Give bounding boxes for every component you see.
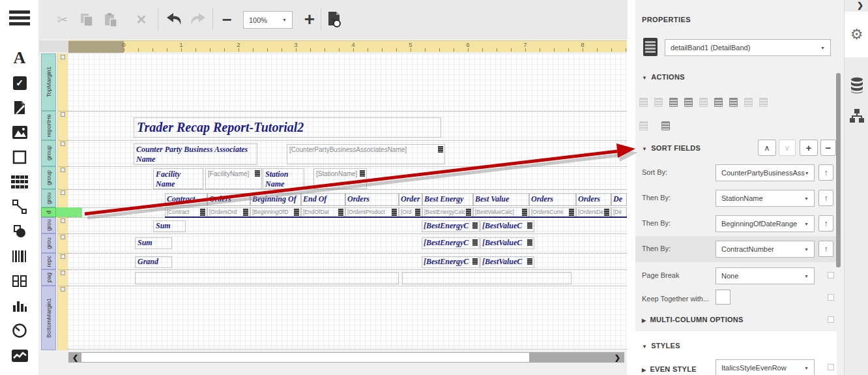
sum-value-cell[interactable]: [BestEnergyC [422,237,480,249]
even-style-dropdown[interactable]: ItalicsStyleEvenRow▼ [716,359,815,375]
horizontal-scrollbar[interactable]: ❮ ❯ [68,352,624,363]
group-caption-label[interactable]: Counter Party Business Associates Name [134,143,257,165]
label-tool-icon[interactable]: A [11,50,29,67]
scroll-left-icon[interactable]: ❮ [72,352,78,363]
band-group-footer1[interactable]: grou [41,217,56,233]
richtext-tool-icon[interactable] [11,99,29,116]
table-header-cell[interactable]: End Of [301,193,345,206]
page-footer-box[interactable] [135,272,399,284]
sum-label[interactable]: Sum [153,220,186,232]
band-report-footer[interactable]: repc [41,253,56,269]
sort-order-button[interactable]: ↑ [818,241,833,257]
scroll-right-icon[interactable]: ❯ [615,352,620,363]
band-group-header3[interactable]: grou [41,189,56,207]
table-field-cell[interactable]: [Contract [165,207,207,217]
sort-field-dropdown[interactable]: BeginningOfDateRange▼ [716,215,815,232]
table-header-cell[interactable]: Orders [207,193,250,206]
move-up-button[interactable]: ∧ [758,140,776,156]
menu-icon[interactable] [9,10,30,27]
section-actions[interactable]: ▼ACTIONS [642,73,685,81]
scrollbar-thumb[interactable] [836,73,841,267]
facility-field-box[interactable]: [FacilityName] [205,168,262,189]
band-action-icon[interactable] [759,98,768,107]
panel-tool-icon[interactable] [11,149,29,166]
undo-icon[interactable] [164,9,184,30]
properties-tab-active[interactable]: ⚙ [845,12,868,57]
table-tool-icon[interactable] [11,173,29,190]
zoom-out-icon[interactable]: − [216,9,237,30]
band-bottom-margin[interactable]: BottomMargin1 [41,286,56,350]
band-action-icon[interactable] [639,98,648,107]
table-field-cell[interactable]: [EndOfDat [301,207,345,217]
checkbox-tool-icon[interactable]: ✓ [11,74,29,91]
table-header-cell[interactable]: De [611,193,627,206]
panel-scrollbar[interactable] [836,0,841,375]
table-field-cell[interactable]: [BestEnergyCalc [422,207,473,217]
band-action-icon[interactable] [639,121,648,130]
scrollbar-thumb[interactable] [81,353,529,362]
property-marker-checkbox[interactable] [828,272,834,278]
selected-object-dropdown[interactable]: detailBand1 (DetailBand) ▼ [665,39,831,56]
pivotgrid-tool-icon[interactable] [11,372,29,375]
band-top-margin[interactable]: TopMargin1 [41,53,56,111]
station-caption-label[interactable]: Station Name [263,168,304,189]
table-header-cell[interactable]: Order [399,193,422,206]
zoom-in-icon[interactable]: + [299,9,320,30]
gauge-tool-icon[interactable] [11,322,29,339]
sum-value-cell[interactable]: [BestEnergyC [422,256,480,268]
sort-order-button[interactable]: ↑ [818,164,833,181]
table-field-cell[interactable]: [De [611,207,627,217]
table-field-cell[interactable]: [OrdersProduct [345,207,399,217]
table-field-cell[interactable]: [OrdersCurre [529,207,576,217]
zoom-level-dropdown[interactable]: 100% ▼ [243,11,293,29]
band-action-icon[interactable] [684,98,693,107]
shape-tool-icon[interactable] [11,223,29,240]
section-sort-fields[interactable]: ▼SORT FIELDS [642,144,701,152]
band-report-header[interactable]: reportHe [41,111,56,140]
table-field-cell[interactable]: [BeginningOfD [250,207,301,217]
table-header-cell[interactable]: Contract [165,193,207,206]
table-header-cell[interactable]: Orders [576,193,611,206]
field-list-icon[interactable] [845,77,868,97]
band-action-icon[interactable] [699,98,708,107]
sort-field-dropdown[interactable]: CounterPartyBusinessAss▼ [716,164,815,181]
property-marker-checkbox[interactable] [828,364,834,370]
band-group-header2[interactable]: group [41,166,56,189]
barcode-tool-icon[interactable] [11,248,29,265]
table-field-cell[interactable]: [OrdersDe [576,207,611,217]
sort-order-button[interactable]: ↑ [818,190,833,206]
band-group-footer2[interactable]: grou [41,233,56,253]
paste-icon[interactable] [100,9,121,30]
preview-icon[interactable] [324,9,345,30]
table-field-cell[interactable]: [Ord [399,207,422,217]
sort-field-dropdown[interactable]: StationName▼ [716,190,815,207]
picture-tool-icon[interactable] [11,124,29,141]
band-action-icon[interactable] [729,98,738,107]
table-header-cell[interactable]: Orders [345,193,399,206]
remove-sort-field-button[interactable]: − [820,140,836,156]
sum-value-cell[interactable]: [BestEnergyC [422,220,480,232]
section-multi-column-options[interactable]: ▶MULTI-COLUMN OPTIONS [642,316,744,323]
grand-total-label[interactable]: Grand [135,256,172,268]
table-field-cell[interactable]: [BestValueCalc] [473,207,529,217]
report-title-label[interactable]: Trader Recap Report-Tutorial2 [134,117,441,138]
collapse-panel-icon[interactable]: ❯ [845,1,868,10]
group-field-box[interactable]: [CounterPartyBusinessAssociatesName] [287,144,445,164]
band-page-footer[interactable]: pag [41,269,56,286]
band-action-icon[interactable] [654,98,663,107]
band-group-header1[interactable]: group [41,140,56,166]
delete-icon[interactable]: ✕ [131,9,152,30]
table-header-cell[interactable]: Best Energy [422,193,473,206]
sum-value-cell[interactable]: [BestValueC [480,237,534,249]
station-field-box[interactable]: [StationName] [313,168,367,189]
move-down-button[interactable]: ∨ [779,140,796,156]
section-even-style[interactable]: ▶EVEN STYLE [642,365,697,373]
add-sort-field-button[interactable]: + [800,140,818,156]
band-action-icon[interactable] [669,98,678,107]
facility-caption-label[interactable]: Facility Name [153,168,203,189]
band-action-icon[interactable] [661,121,670,130]
band-detail-selected[interactable]: d [41,207,56,217]
sort-order-button[interactable]: ↑ [818,215,833,232]
sum-value-cell[interactable]: [BestValueC [480,220,534,232]
sum-label[interactable]: Sum [135,237,172,249]
